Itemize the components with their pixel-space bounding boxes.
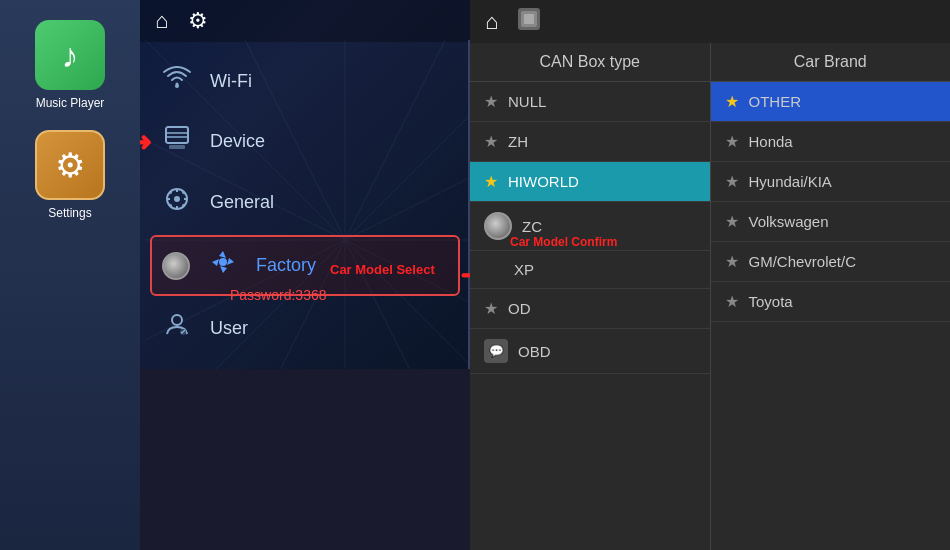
gm-star[interactable]: ★ xyxy=(725,252,739,271)
left-sidebar: ♪ Music Player ⚙ Settings xyxy=(0,0,140,550)
middle-panel-bg: ⌂ ⚙ xyxy=(140,0,470,369)
general-label: General xyxy=(210,192,274,213)
device-label: Device xyxy=(210,131,265,152)
general-icon xyxy=(160,186,194,219)
svg-point-16 xyxy=(175,84,179,88)
wifi-label: Wi-Fi xyxy=(210,71,252,92)
right-content: CAN Box type ★ NULL ★ ZH ★ HIWORLD xyxy=(470,43,950,550)
menu-list: Wi-Fi ➜ Device Password:3368 xyxy=(140,42,470,369)
toyota-label: Toyota xyxy=(749,293,793,310)
other-label: OTHER xyxy=(749,93,802,110)
list-item-volkswagen[interactable]: ★ Volkswagen xyxy=(711,202,951,242)
hyundai-label: Hyundai/KIA xyxy=(749,173,832,190)
zc-label: ZC xyxy=(522,218,542,235)
music-player-label: Music Player xyxy=(36,96,105,110)
svg-rect-28 xyxy=(524,14,534,24)
music-icon-box: ♪ xyxy=(35,20,105,90)
list-item-honda[interactable]: ★ Honda xyxy=(711,122,951,162)
zh-label: ZH xyxy=(508,133,528,150)
middle-header: ⌂ ⚙ xyxy=(140,0,470,42)
list-item-xp[interactable]: XP xyxy=(470,251,710,289)
list-item-null[interactable]: ★ NULL xyxy=(470,82,710,122)
list-item-zc[interactable]: ZC Car Model Confirm ➜ xyxy=(470,202,710,251)
menu-item-user[interactable]: User xyxy=(140,298,470,359)
honda-star[interactable]: ★ xyxy=(725,132,739,151)
honda-label: Honda xyxy=(749,133,793,150)
null-star[interactable]: ★ xyxy=(484,92,498,111)
right-panel-content: ⌂ CAN Box type ★ NULL xyxy=(470,0,950,550)
car-model-confirm-annotation: Car Model Confirm xyxy=(510,232,617,249)
other-star[interactable]: ★ xyxy=(725,92,739,111)
can-box-header: CAN Box type xyxy=(470,43,710,82)
settings-label: Settings xyxy=(48,206,91,220)
can-box-column: CAN Box type ★ NULL ★ ZH ★ HIWORLD xyxy=(470,43,711,550)
toyota-star[interactable]: ★ xyxy=(725,292,739,311)
list-item-zh[interactable]: ★ ZH xyxy=(470,122,710,162)
svg-point-23 xyxy=(219,258,227,266)
factory-toggle[interactable] xyxy=(162,252,190,280)
music-player-icon[interactable]: ♪ Music Player xyxy=(35,20,105,110)
menu-item-device[interactable]: ➜ Device xyxy=(140,111,470,172)
factory-label: Factory xyxy=(256,255,316,276)
svg-point-24 xyxy=(172,315,182,325)
user-icon xyxy=(160,312,194,345)
right-home-icon[interactable]: ⌂ xyxy=(485,9,498,35)
home-icon[interactable]: ⌂ xyxy=(155,8,168,34)
right-header: ⌂ xyxy=(470,0,950,43)
null-label: NULL xyxy=(508,93,546,110)
gear-icon: ⚙ xyxy=(55,145,85,185)
hiworld-label: HIWORLD xyxy=(508,173,579,190)
right-settings-icon[interactable] xyxy=(518,8,540,35)
settings-header-icon[interactable]: ⚙ xyxy=(188,8,208,34)
car-brand-column: Car Brand ★ OTHER ★ Honda ★ Hyundai/KIA xyxy=(711,43,951,550)
factory-icon xyxy=(206,249,240,282)
list-item-toyota[interactable]: ★ Toyota xyxy=(711,282,951,322)
device-arrow: ➜ xyxy=(140,126,152,157)
list-item-hiworld[interactable]: ★ HIWORLD xyxy=(470,162,710,202)
settings-icon[interactable]: ⚙ Settings xyxy=(35,130,105,220)
hyundai-star[interactable]: ★ xyxy=(725,172,739,191)
svg-rect-17 xyxy=(166,127,188,143)
gm-label: GM/Chevrolet/C xyxy=(749,253,857,270)
user-label: User xyxy=(210,318,248,339)
list-item-other[interactable]: ★ OTHER xyxy=(711,82,951,122)
list-item-gm[interactable]: ★ GM/Chevrolet/C xyxy=(711,242,951,282)
menu-item-general[interactable]: General xyxy=(140,172,470,233)
wifi-icon xyxy=(160,66,194,97)
device-icon xyxy=(160,125,194,158)
obd-label: OBD xyxy=(518,343,551,360)
obd-bubble: 💬 xyxy=(484,339,508,363)
list-item-od[interactable]: ★ OD xyxy=(470,289,710,329)
menu-item-wifi[interactable]: Wi-Fi xyxy=(140,52,470,111)
volkswagen-label: Volkswagen xyxy=(749,213,829,230)
list-item-hyundai[interactable]: ★ Hyundai/KIA xyxy=(711,162,951,202)
zh-star[interactable]: ★ xyxy=(484,132,498,151)
xp-label: XP xyxy=(514,261,534,278)
music-note-icon: ♪ xyxy=(62,36,79,75)
svg-point-22 xyxy=(174,196,180,202)
zc-toggle[interactable] xyxy=(484,212,512,240)
car-model-confirm-label: Car Model Confirm xyxy=(510,235,617,249)
hiworld-star[interactable]: ★ xyxy=(484,172,498,191)
car-model-select-annotation: ➜ xyxy=(460,260,470,291)
od-star[interactable]: ★ xyxy=(484,299,498,318)
settings-icon-box: ⚙ xyxy=(35,130,105,200)
car-model-select-arrow: ➜ xyxy=(460,260,470,291)
middle-panel: ⌂ ⚙ xyxy=(140,0,470,550)
od-label: OD xyxy=(508,300,531,317)
svg-rect-20 xyxy=(169,145,185,149)
list-item-obd[interactable]: 💬 OBD xyxy=(470,329,710,374)
password-text: Password:3368 xyxy=(230,287,327,303)
right-panel: ⌂ CAN Box type ★ NULL xyxy=(470,0,950,550)
volkswagen-star[interactable]: ★ xyxy=(725,212,739,231)
car-brand-header: Car Brand xyxy=(711,43,951,82)
